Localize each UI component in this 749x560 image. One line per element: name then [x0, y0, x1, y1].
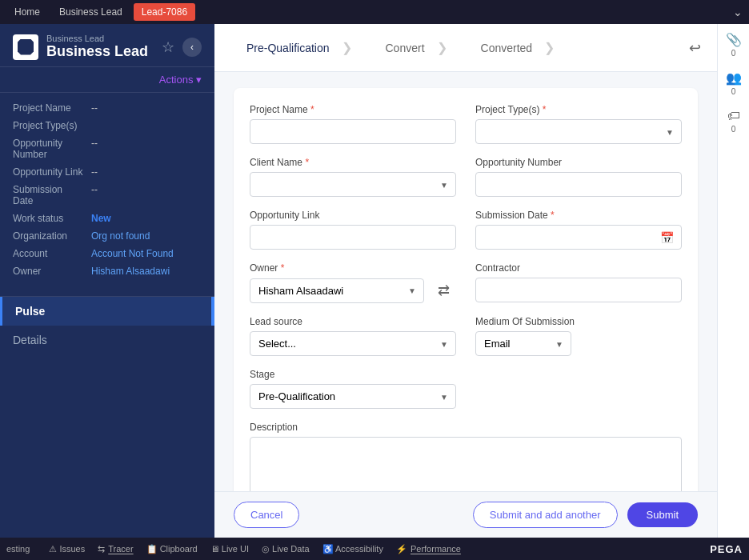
sidebar-item-pulse[interactable]: Pulse — [0, 297, 214, 326]
label-contractor: Contractor — [475, 262, 682, 274]
field-label-organization: Organization — [13, 230, 85, 242]
required-asterisk: * — [281, 262, 285, 274]
form-group-medium: Medium Of Submission Email Phone In-Pers… — [475, 316, 682, 356]
field-label-submission-date: Submission Date — [13, 184, 85, 206]
sidebar-item-pulse-label: Pulse — [15, 305, 45, 318]
field-opportunity-link: Opportunity Link -- — [13, 166, 202, 178]
field-value-account[interactable]: Account Not Found — [91, 248, 174, 259]
field-label-account: Account — [13, 248, 85, 259]
attachment-count: 0 — [731, 49, 736, 58]
field-value-organization[interactable]: Org not found — [91, 230, 150, 242]
bottom-item-accessibility[interactable]: ♿ Accessibility — [322, 544, 383, 554]
bottom-item-performance[interactable]: ⚡ Performance — [396, 544, 461, 554]
bottom-item-clipboard[interactable]: 📋 Clipboard — [146, 544, 198, 554]
calendar-icon[interactable]: 📅 — [660, 231, 674, 244]
nav-chevron-icon[interactable]: ⌄ — [733, 6, 743, 18]
form-group-opportunity-link: Opportunity Link — [250, 210, 456, 250]
form-group-submission-date: Submission Date * 📅 — [475, 210, 682, 250]
input-wrapper-submission-date: 📅 — [475, 225, 682, 250]
active-bar — [211, 297, 214, 326]
collapse-sidebar-button[interactable]: ‹ — [182, 38, 202, 57]
submit-button[interactable]: Submit — [627, 502, 698, 527]
required-asterisk: * — [551, 210, 555, 221]
required-asterisk: * — [310, 104, 314, 115]
field-submission-date: Submission Date -- — [13, 184, 202, 206]
form-group-lead-source: Lead source Select... — [250, 316, 456, 356]
nav-home[interactable]: Home — [6, 3, 48, 21]
wizard-step-convert[interactable]: Convert — [370, 42, 441, 54]
stage-spacer — [475, 369, 682, 409]
label-client-name: Client Name * — [250, 157, 456, 168]
bottom-item-tracer[interactable]: ⇆ Tracer — [98, 544, 133, 554]
select-medium[interactable]: Email Phone In-Person Online — [475, 331, 571, 356]
tracer-label: Tracer — [108, 544, 133, 554]
tags-panel-icon[interactable]: 🏷 0 — [727, 109, 740, 134]
participants-panel-icon[interactable]: 👥 0 — [726, 70, 742, 96]
input-opportunity-link[interactable] — [250, 225, 456, 250]
select-wrapper-owner: Hisham Alsaadawi — [250, 278, 424, 303]
sidebar-fields: Project Name -- Project Type(s) Opportun… — [0, 93, 214, 286]
field-value-submission-date: -- — [91, 184, 98, 206]
bottom-item-issues[interactable]: ⚠ Issues — [49, 544, 85, 554]
pega-logo: PEGA — [710, 543, 743, 555]
owner-transfer-button[interactable]: ⇄ — [431, 278, 456, 303]
label-project-name: Project Name * — [250, 104, 456, 115]
form-group-project-name: Project Name * — [250, 104, 456, 144]
sidebar-item-details[interactable]: Details — [0, 326, 214, 354]
select-project-types[interactable] — [475, 119, 682, 144]
label-submission-date: Submission Date * — [475, 210, 682, 221]
field-label-work-status: Work status — [13, 213, 85, 224]
nav-lead-tab[interactable]: Lead-7086 — [134, 3, 195, 21]
required-asterisk: * — [543, 104, 547, 115]
input-project-name[interactable] — [250, 119, 456, 144]
bottom-item-live-data[interactable]: ◎ Live Data — [262, 544, 310, 554]
bottom-item-live-ui[interactable]: 🖥 Live UI — [210, 544, 249, 554]
actions-button[interactable]: Actions ▾ — [159, 74, 202, 86]
sidebar-item-details-label: Details — [13, 334, 47, 346]
field-value-opportunity-link: -- — [91, 166, 98, 178]
performance-icon: ⚡ — [396, 544, 407, 554]
favorite-star-icon[interactable]: ☆ — [162, 38, 174, 56]
select-wrapper-lead-source: Select... — [250, 331, 456, 356]
wizard-step-converted[interactable]: Converted — [465, 42, 549, 54]
tracer-icon: ⇆ — [98, 544, 105, 554]
wizard-step-converted-label: Converted — [481, 42, 533, 54]
select-owner[interactable]: Hisham Alsaadawi — [250, 278, 424, 303]
field-value-owner[interactable]: Hisham Alsaadawi — [91, 266, 170, 277]
select-lead-source[interactable]: Select... — [250, 331, 456, 356]
submit-and-add-another-button[interactable]: Submit and add another — [473, 502, 618, 528]
sidebar: Business Lead Business Lead ☆ ‹ Actions … — [0, 24, 214, 538]
input-contractor[interactable] — [475, 278, 682, 302]
textarea-description[interactable] — [250, 437, 682, 491]
input-submission-date[interactable] — [475, 225, 682, 250]
select-wrapper-stage: Pre-Qualification Convert Converted — [250, 384, 456, 409]
field-label-owner: Owner — [13, 266, 85, 277]
top-navigation: Home Business Lead Lead-7086 ⌄ — [0, 0, 749, 24]
form-area: Pre-Qualification Convert Converted ↩ Pr… — [214, 24, 717, 538]
nav-business-lead[interactable]: Business Lead — [51, 3, 130, 21]
wizard-steps: Pre-Qualification Convert Converted ↩ — [214, 24, 717, 72]
right-panel: 📎 0 👥 0 🏷 0 — [717, 24, 749, 538]
cancel-button[interactable]: Cancel — [234, 502, 299, 528]
select-client-name[interactable] — [250, 172, 456, 197]
wizard-step-prequalification[interactable]: Pre-Qualification — [230, 42, 346, 54]
sidebar-subtitle: Business Lead — [46, 34, 154, 43]
field-organization: Organization Org not found — [13, 230, 202, 242]
select-wrapper-client-name — [250, 172, 456, 197]
label-description: Description — [250, 422, 682, 433]
field-owner: Owner Hisham Alsaadawi — [13, 266, 202, 277]
attachment-panel-icon[interactable]: 📎 0 — [726, 32, 742, 58]
field-project-name: Project Name -- — [13, 102, 202, 114]
select-wrapper-medium: Email Phone In-Person Online — [475, 331, 571, 356]
form-group-description: Description — [250, 422, 682, 491]
required-asterisk: * — [305, 157, 309, 168]
bottom-testing-text: esting — [6, 544, 30, 554]
form-group-project-types: Project Type(s) * — [475, 104, 682, 144]
form-group-contractor: Contractor — [475, 262, 682, 303]
back-button[interactable]: ↩ — [689, 39, 701, 57]
participants-count: 0 — [731, 87, 736, 96]
wizard-step-convert-label: Convert — [386, 42, 425, 54]
input-opportunity-number[interactable] — [475, 172, 682, 197]
select-stage[interactable]: Pre-Qualification Convert Converted — [250, 384, 456, 409]
form-group-owner: Owner * Hisham Alsaadawi ⇄ — [250, 262, 456, 303]
